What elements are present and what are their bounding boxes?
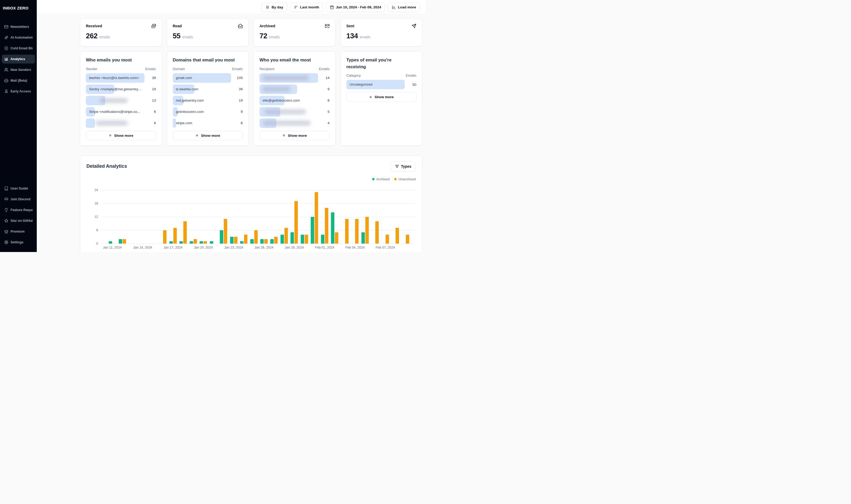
bar-archived[interactable] [361, 232, 365, 244]
row-label: Stripe <notifications@stripe.co... [89, 107, 140, 116]
bar-unarchived[interactable] [395, 228, 399, 244]
bar-unarchived[interactable] [365, 217, 369, 244]
chevrons-down-icon [195, 133, 199, 137]
bar-archived[interactable] [270, 239, 274, 244]
bar-unarchived[interactable] [335, 232, 338, 244]
row-label: md.getsentry.com [176, 96, 204, 105]
x-axis-label: Jan 11, 2024 [103, 246, 122, 249]
last-month-label: Last month [300, 5, 319, 9]
by-day-button[interactable]: By day [262, 2, 287, 12]
panels-row: Who emails you most SenderEmails beehiiv… [80, 51, 422, 146]
mails-icon [151, 24, 156, 28]
bar-unarchived[interactable] [244, 235, 247, 244]
bar-unarchived[interactable] [295, 201, 298, 244]
bar-archived[interactable] [179, 241, 183, 244]
bar-unarchived[interactable] [305, 235, 308, 244]
bar-unarchived[interactable] [254, 230, 258, 244]
bar-unarchived[interactable] [123, 239, 126, 244]
bar-archived[interactable] [109, 241, 112, 244]
bar-archived[interactable] [230, 237, 233, 244]
show-more-button[interactable]: Show more [260, 131, 330, 141]
bar-archived[interactable] [321, 235, 324, 244]
bar-unarchived[interactable] [234, 237, 237, 244]
types-label: Types [401, 164, 411, 168]
sidebar-item-mail-beta[interactable]: Mail (Beta) [2, 76, 35, 85]
types-filter-button[interactable]: Types [391, 161, 416, 172]
sidebar-item-join-discord[interactable]: Join Discord [2, 195, 35, 204]
bar-archived[interactable] [210, 241, 213, 244]
gridline [101, 203, 415, 204]
bar-archived[interactable] [220, 230, 223, 244]
sidebar-item-premium[interactable]: Premium [2, 227, 35, 236]
bar-unarchived[interactable] [325, 208, 328, 244]
bar-unarchived[interactable] [194, 239, 197, 244]
bar-archived[interactable] [170, 241, 173, 244]
show-more-button[interactable]: Show more [173, 131, 243, 141]
bar-archived[interactable] [190, 241, 193, 244]
bar-archived[interactable] [250, 239, 254, 244]
legend-item-archived[interactable]: Archived [372, 177, 390, 181]
email-count: 6 [234, 121, 243, 125]
bar-unarchived[interactable] [345, 219, 349, 244]
sidebar-item-newsletters[interactable]: Newsletters [2, 22, 35, 31]
bar-unarchived[interactable] [386, 235, 389, 244]
mail-check-icon [325, 24, 330, 28]
date-range-button[interactable]: Jan 10, 2024 - Feb 09, 2024 [326, 2, 385, 12]
sidebar-item-early-access[interactable]: Early Access [2, 87, 35, 96]
bar-archived[interactable] [260, 239, 264, 244]
sidebar-item-user-guide[interactable]: User Guide [2, 184, 35, 193]
bar-unarchived[interactable] [315, 192, 318, 244]
bar-unarchived[interactable] [375, 221, 379, 244]
sidebar-item-label: New Senders [11, 68, 31, 72]
sidebar-item-label: Join Discord [11, 197, 31, 201]
usage-bar-track: tx.beehiiv.com [173, 85, 231, 94]
legend-item-unarchived[interactable]: Unarchived [394, 177, 416, 181]
sidebar-item-feature-requests[interactable]: Feature Requests [2, 205, 35, 214]
sidebar-item-star-on-github[interactable]: Star on GitHub [2, 216, 35, 225]
bar-archived[interactable] [311, 217, 314, 244]
show-more-button[interactable]: Show more [347, 92, 416, 102]
email-count: 6 [321, 98, 330, 102]
panel-title: Who emails you most [86, 57, 156, 64]
sidebar-item-new-senders[interactable]: New Senders [2, 65, 35, 74]
sidebar-item-ai-automation[interactable]: AI Automation [2, 33, 35, 42]
email-count: 105 [234, 76, 243, 80]
panel-title: Who you email the most [260, 57, 330, 64]
show-more-button[interactable]: Show more [86, 131, 156, 141]
bar-archived[interactable] [200, 241, 203, 244]
bar-unarchived[interactable] [224, 219, 227, 244]
y-axis-label: 0 [86, 242, 98, 246]
bar-unarchived[interactable] [183, 221, 187, 244]
stat-unit: emails [360, 35, 370, 39]
bar-archived[interactable] [119, 239, 122, 244]
bar-archived[interactable] [290, 232, 294, 244]
bar-unarchived[interactable] [203, 241, 207, 244]
sidebar-item-label: Early Access [11, 90, 31, 93]
bar-unarchived[interactable] [173, 228, 177, 244]
stat-label: Read [173, 24, 182, 28]
sidebar-item-label: Feature Requests [11, 208, 33, 212]
usage-bar-track [260, 107, 318, 116]
stat-label: Received [86, 24, 102, 28]
sidebar-item-cold-email-blocker[interactable]: Cold Email Blocker [2, 44, 35, 53]
row-label: tx.beehiiv.com [176, 85, 198, 94]
by-day-label: By day [271, 5, 283, 9]
bar-unarchived[interactable] [355, 219, 358, 244]
bar-archived[interactable] [301, 235, 304, 244]
bar-archived[interactable] [331, 212, 334, 244]
email-count: 6 [147, 121, 156, 125]
list-item: Stripe <notifications@stripe.co...6 [86, 107, 156, 116]
panel-rows: gmail.com105tx.beehiiv.com39md.getsentry… [173, 73, 243, 128]
bar-unarchived[interactable] [264, 239, 268, 244]
bar-unarchived[interactable] [163, 230, 166, 244]
last-month-button[interactable]: Last month [290, 2, 323, 12]
bar-unarchived[interactable] [406, 235, 409, 244]
usage-bar [86, 119, 95, 128]
bar-archived[interactable] [281, 235, 284, 244]
bar-archived[interactable] [240, 241, 244, 244]
sidebar-item-settings[interactable]: Settings [2, 238, 35, 247]
bar-unarchived[interactable] [274, 237, 278, 244]
sidebar-item-analytics[interactable]: Analytics [2, 55, 35, 64]
load-more-button[interactable]: Load more [388, 2, 420, 12]
bar-unarchived[interactable] [284, 228, 288, 244]
